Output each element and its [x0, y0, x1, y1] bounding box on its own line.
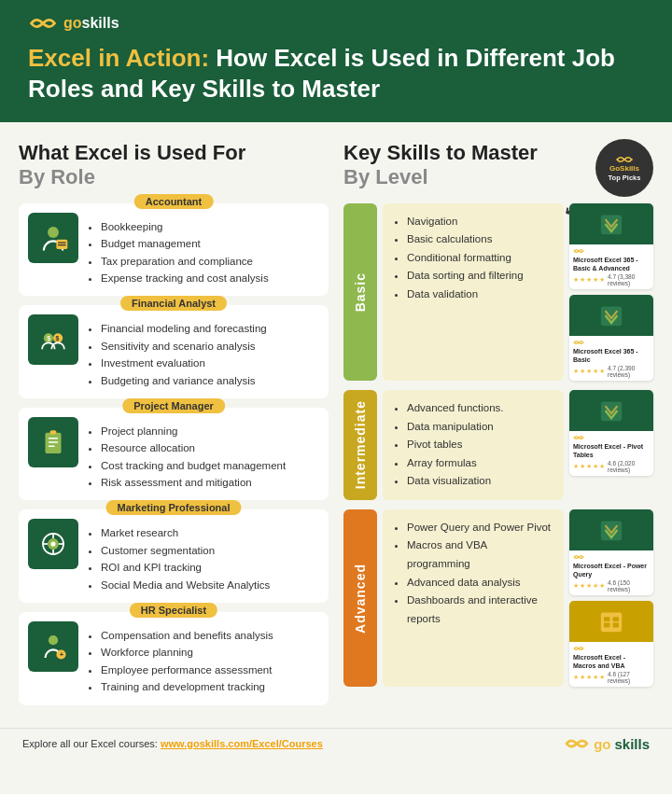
- skill-level-label: Basic: [353, 272, 368, 312]
- course-rating: 4.6 (127 reviews): [608, 671, 650, 684]
- course-title: Microsoft Excel 365 - Basic: [573, 347, 650, 364]
- svg-rect-28: [604, 617, 609, 621]
- skill-level-row: BasicNavigationBasic calculationsConditi…: [343, 203, 653, 381]
- skill-content-box: Advanced functions.Data manipulationPivo…: [383, 390, 564, 500]
- logo-area: goskills: [28, 15, 644, 32]
- svg-point-20: [49, 635, 58, 645]
- role-bullet-item: Training and development tracking: [101, 678, 319, 695]
- role-content: Market researchCustomer segmentationROI …: [88, 519, 319, 593]
- left-section-title: What Excel is Used For By Role: [19, 141, 329, 190]
- skill-bullet-item: Data sorting and filtering: [407, 267, 553, 286]
- star-icon: ★: [573, 674, 579, 681]
- logo-icon: [28, 15, 58, 32]
- role-icon-box: $ $: [28, 314, 78, 365]
- star-icon: ★: [593, 674, 598, 681]
- course-logo-row: [573, 247, 650, 255]
- star-icon: ★: [599, 674, 605, 681]
- course-stars: ★★★★★4.7 (2,390 reviews): [573, 365, 650, 378]
- header: goskills Excel in Action: How Excel is U…: [0, 0, 672, 122]
- course-rating: 4.6 (150 reviews): [608, 579, 650, 592]
- role-badge: Financial Analyst: [120, 296, 227, 311]
- star-icon: ★: [580, 368, 585, 375]
- course-card[interactable]: Microsoft Excel 365 - Basic & Advanced★★…: [569, 203, 653, 289]
- svg-rect-1: [56, 239, 67, 248]
- skill-bullet-item: Macros and VBA programming: [407, 536, 553, 573]
- star-icon: ★: [573, 463, 579, 470]
- role-content: Financial modeling and forecastingSensit…: [88, 314, 319, 389]
- svg-rect-9: [49, 438, 58, 439]
- star-icon: ★: [586, 276, 592, 284]
- course-stars: ★★★★★4.6 (2,020 reviews): [573, 460, 650, 473]
- footer-text: Explore all our Excel courses: www.goski…: [22, 738, 323, 749]
- role-bullet-item: Customer segmentation: [101, 542, 319, 559]
- badge-top-picks-text: Top Picks: [609, 174, 641, 182]
- course-stars: ★★★★★4.6 (150 reviews): [573, 579, 650, 592]
- svg-rect-10: [49, 441, 58, 443]
- course-title: Microsoft Excel 365 - Basic & Advanced: [573, 256, 650, 272]
- star-icon: ★: [599, 276, 605, 284]
- course-card[interactable]: Microsoft Excel - Power Query★★★★★4.6 (1…: [569, 509, 653, 595]
- footer-link[interactable]: www.goskills.com/Excel/Courses: [161, 738, 323, 749]
- course-thumbnail: [569, 601, 653, 642]
- role-bullet-item: Risk assessment and mitigation: [101, 474, 319, 491]
- svg-point-0: [48, 227, 59, 238]
- role-icon-box: +: [28, 621, 78, 672]
- skill-bullet-item: Data manipulation: [407, 418, 553, 437]
- footer: Explore all our Excel courses: www.goski…: [0, 728, 672, 759]
- role-card: Accountant BookkeepingBudget managementT…: [19, 203, 329, 297]
- star-icon: ★: [586, 368, 592, 375]
- course-stars: ★★★★★4.7 (3,380 reviews): [573, 273, 650, 286]
- skill-bullet-item: Advanced functions.: [407, 399, 553, 418]
- course-card[interactable]: Microsoft Excel - Pivot Tables★★★★★4.6 (…: [569, 390, 653, 476]
- star-icon: ★: [593, 368, 598, 375]
- course-info: Microsoft Excel - Pivot Tables★★★★★4.6 (…: [569, 431, 653, 476]
- role-icon-box: [28, 213, 78, 263]
- main-content: What Excel is Used For By Role Accountan…: [0, 122, 672, 724]
- course-logo-icon: [573, 339, 584, 346]
- course-title: Microsoft Excel - Pivot Tables: [573, 442, 650, 459]
- left-title-main: What Excel is Used For: [19, 141, 245, 164]
- course-card[interactable]: Microsoft Excel 365 - Basic★★★★★4.7 (2,3…: [569, 295, 653, 381]
- skill-content-box: Power Query and Power PivotMacros and VB…: [383, 509, 564, 687]
- course-info: Microsoft Excel - Power Query★★★★★4.6 (1…: [569, 550, 653, 595]
- svg-point-19: [50, 542, 55, 547]
- skill-bullet-item: Power Query and Power Pivot: [407, 519, 553, 537]
- course-thumbnail: [569, 203, 653, 244]
- skill-level-row: IntermediateAdvanced functions.Data mani…: [343, 390, 653, 500]
- svg-rect-31: [613, 623, 619, 628]
- role-bullet-item: ROI and KPI tracking: [101, 559, 319, 576]
- svg-text:+: +: [60, 650, 64, 659]
- role-bullet-item: Cost tracking and budget management: [101, 457, 319, 474]
- role-badge: HR Specialist: [130, 603, 217, 618]
- course-logo-icon: [573, 247, 584, 255]
- course-title: Microsoft Excel - Power Query: [573, 562, 650, 578]
- role-bullet-item: Bookkeeping: [101, 218, 319, 235]
- role-content: BookkeepingBudget managementTax preparat…: [88, 213, 319, 287]
- role-card: HR Specialist + Compensation and benefit…: [19, 612, 329, 705]
- star-icon: ★: [593, 276, 598, 284]
- role-bullet-item: Sensitivity and scenario analysis: [101, 338, 319, 355]
- skill-level-row: AdvancedPower Query and Power PivotMacro…: [343, 509, 653, 687]
- course-card[interactable]: Microsoft Excel - Macros and VBA★★★★★4.6…: [569, 601, 653, 687]
- course-logo-icon: [573, 553, 584, 561]
- role-badge: Accountant: [134, 194, 214, 209]
- skill-bullet-item: Data visualization: [407, 472, 553, 491]
- role-card: Project Manager Project planningResource…: [19, 408, 329, 501]
- role-bullet-item: Budget management: [101, 235, 319, 252]
- course-logo-row: [573, 553, 650, 561]
- star-icon: ★: [573, 582, 579, 590]
- svg-text:$: $: [47, 335, 50, 342]
- role-bullet-item: Market research: [101, 524, 319, 541]
- left-column: What Excel is Used For By Role Accountan…: [19, 141, 329, 715]
- course-thumbnail: [569, 390, 653, 431]
- skill-content-box: NavigationBasic calculationsConditional …: [383, 203, 564, 381]
- star-icon: ★: [586, 674, 592, 681]
- footer-logo: goskills: [564, 736, 650, 752]
- skill-bullet-item: Conditional formatting: [407, 249, 553, 268]
- svg-rect-29: [613, 617, 619, 621]
- role-cards-container: Accountant BookkeepingBudget managementT…: [19, 203, 329, 705]
- course-rating: 4.7 (3,380 reviews): [608, 273, 650, 286]
- role-content: Compensation and benefits analysisWorkfo…: [88, 621, 319, 696]
- skill-bullet-item: Navigation: [407, 213, 553, 231]
- course-info: Microsoft Excel 365 - Basic★★★★★4.7 (2,3…: [569, 336, 653, 381]
